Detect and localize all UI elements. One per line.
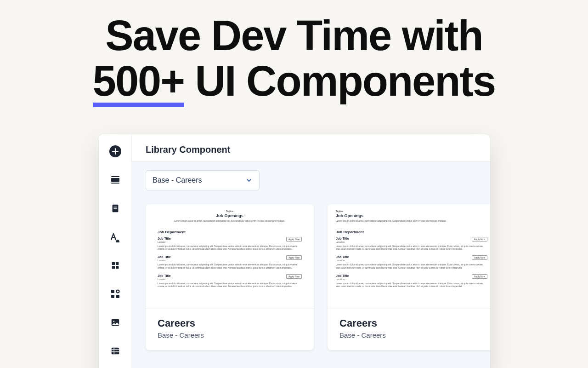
add-icon[interactable] xyxy=(109,145,121,157)
component-category-dropdown[interactable]: Base - Careers xyxy=(146,170,260,190)
hero-heading: Save Dev Time with 500+ UI Components xyxy=(0,13,588,104)
svg-rect-9 xyxy=(115,266,118,269)
page-icon[interactable] xyxy=(109,202,121,214)
hero-highlight: 500+ xyxy=(93,58,184,104)
svg-rect-11 xyxy=(111,295,114,298)
sections-icon[interactable] xyxy=(109,174,121,186)
grid-icon[interactable] xyxy=(109,259,121,271)
svg-rect-10 xyxy=(111,290,114,293)
component-card[interactable]: Tagline Job Openings Lorem ipsum dolor s… xyxy=(146,204,314,350)
apply-button: Apply Now xyxy=(472,255,487,260)
typography-icon[interactable] xyxy=(109,231,121,243)
svg-rect-2 xyxy=(111,183,119,184)
svg-rect-5 xyxy=(113,208,117,209)
svg-rect-7 xyxy=(115,262,118,265)
card-subtitle: Base - Careers xyxy=(158,331,302,339)
svg-rect-4 xyxy=(113,207,117,207)
apply-button: Apply Now xyxy=(286,237,302,242)
image-icon[interactable] xyxy=(109,316,121,328)
card-subtitle: Base - Careers xyxy=(339,331,484,339)
component-card[interactable]: Tagline Job Openings Lorem ipsum dolor s… xyxy=(328,204,490,350)
component-preview: Tagline Job Openings Lorem ipsum dolor s… xyxy=(146,204,314,309)
data-table-icon[interactable] xyxy=(109,345,121,357)
apply-button: Apply Now xyxy=(472,274,487,279)
apply-button: Apply Now xyxy=(286,274,302,279)
svg-rect-0 xyxy=(111,178,119,182)
card-title: Careers xyxy=(339,317,484,329)
apply-button: Apply Now xyxy=(472,237,487,242)
svg-point-13 xyxy=(116,290,119,293)
card-title: Careers xyxy=(158,317,302,329)
svg-point-15 xyxy=(113,321,114,322)
library-panel: Library Component Base - Careers Tagline… xyxy=(99,134,490,368)
sidebar-rail xyxy=(99,134,132,368)
components-icon[interactable] xyxy=(109,288,121,300)
svg-rect-1 xyxy=(111,176,119,177)
chevron-down-icon xyxy=(245,177,253,184)
component-preview: Tagline Job Openings Lorem ipsum dolor s… xyxy=(328,204,490,309)
panel-title: Library Component xyxy=(146,144,476,155)
svg-rect-12 xyxy=(116,295,119,298)
svg-rect-6 xyxy=(112,262,114,265)
svg-rect-8 xyxy=(112,266,114,269)
apply-button: Apply Now xyxy=(286,255,302,260)
